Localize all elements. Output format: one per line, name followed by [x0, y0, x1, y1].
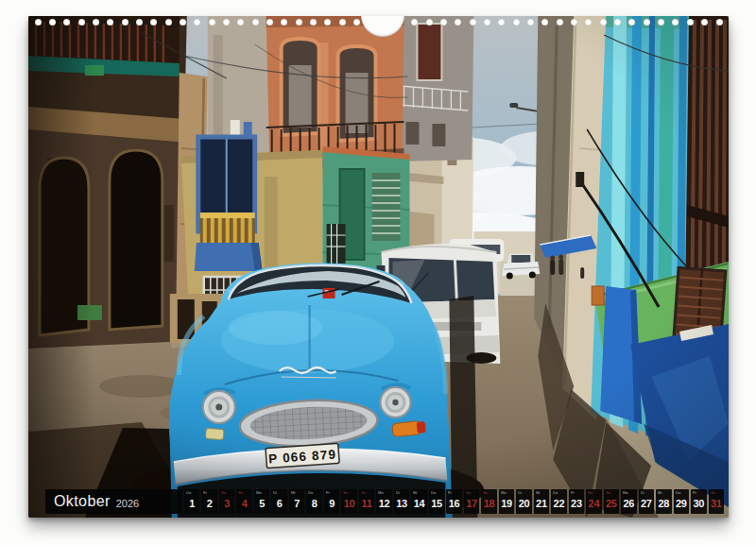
weekday-abbr: Mo	[256, 490, 262, 495]
calendar-day-cell: Sa10	[341, 489, 356, 514]
day-cells: Do1Fr2Sa3So4Mo5Di6Mi7Do8Fr9Sa10So11Mo12D…	[184, 489, 724, 514]
calendar-day-cell: Di13	[394, 489, 409, 514]
day-number: 11	[362, 497, 372, 511]
day-number: 10	[344, 497, 355, 511]
weekday-abbr: Fr	[448, 490, 452, 495]
weekday-abbr: Di	[273, 490, 277, 495]
day-number: 21	[536, 497, 547, 511]
calendar-day-cell: Mo5	[254, 489, 269, 514]
punch-hole	[180, 19, 186, 26]
weekday-abbr: Fr	[203, 490, 207, 495]
punch-hole	[513, 19, 520, 26]
weekday-abbr: Do	[553, 490, 558, 495]
day-number: 4	[242, 497, 248, 511]
calendar-day-cell: Do15	[429, 489, 444, 514]
day-number: 20	[519, 497, 530, 511]
weekday-abbr: Sa	[221, 490, 226, 495]
punch-hole	[353, 19, 360, 26]
calendar-day-cell: So11	[359, 489, 374, 514]
weekday-abbr: Mi	[291, 490, 295, 495]
day-number: 27	[641, 497, 652, 511]
calendar-day-cell: Do22	[551, 489, 566, 514]
weekday-abbr: Do	[186, 490, 191, 495]
weekday-abbr: Di	[396, 490, 400, 495]
day-number: 13	[396, 497, 407, 511]
day-number: 17	[466, 497, 477, 511]
weekday-abbr: Sa	[343, 490, 348, 495]
day-number: 25	[606, 497, 617, 511]
day-number: 29	[676, 497, 687, 511]
day-number: 24	[589, 497, 600, 511]
calendar-day-cell: Fr9	[324, 489, 339, 514]
weekday-abbr: So	[606, 490, 610, 495]
weekday-abbr: Sa	[588, 490, 593, 495]
punch-hole	[527, 19, 534, 26]
weekday-abbr: Sa	[466, 490, 471, 495]
calendar-day-cell: Di20	[516, 489, 531, 514]
day-number: 2	[207, 497, 213, 511]
calendar-day-cell: So25	[604, 489, 619, 514]
weekday-abbr: Mo	[378, 490, 384, 495]
day-number: 30	[693, 497, 704, 511]
weekday-abbr: Mi	[413, 490, 417, 495]
calendar-day-cell: Fr23	[569, 489, 584, 514]
punch-hole	[426, 19, 433, 26]
day-number: 16	[449, 497, 460, 511]
punch-hole	[223, 19, 230, 26]
day-number: 19	[501, 497, 512, 511]
day-number: 6	[277, 497, 283, 511]
punch-hole	[35, 19, 42, 26]
calendar-day-cell: Sa31	[709, 489, 724, 514]
punch-hole	[266, 19, 273, 26]
day-number: 9	[329, 497, 335, 511]
day-number: 5	[259, 497, 265, 511]
punch-hole	[600, 19, 607, 26]
weekday-abbr: Do	[308, 490, 313, 495]
day-number: 7	[294, 497, 300, 511]
weekday-abbr: So	[361, 490, 366, 495]
weekday-abbr: Fr	[571, 490, 575, 495]
calendar-day-cell: So4	[236, 489, 251, 514]
punch-hole	[484, 19, 490, 26]
calendar-day-cell: Do1	[184, 489, 199, 514]
calendar-day-cell: Mo26	[621, 489, 636, 514]
punch-hole	[136, 19, 143, 26]
day-number: 18	[484, 497, 495, 511]
calendar-day-cell: Fr30	[691, 489, 706, 514]
vignette	[28, 16, 729, 518]
weekday-abbr: Do	[676, 490, 680, 495]
punch-hole	[252, 19, 259, 26]
punch-hole	[440, 19, 447, 26]
calendar-day-cell: Fr16	[446, 489, 461, 514]
calendar-day-cell: Mo19	[499, 489, 514, 514]
calendar-sheet: P 066 879 Oktober 2026 Do1Fr2Sa3So4Mo5Di…	[28, 16, 729, 518]
weekday-abbr: Fr	[326, 490, 330, 495]
punch-hole	[310, 19, 317, 26]
calendar-day-cell: Do29	[674, 489, 689, 514]
calendar-day-cell: Di6	[271, 489, 286, 514]
day-number: 8	[312, 497, 318, 511]
day-number: 12	[379, 497, 390, 511]
day-number: 28	[659, 497, 670, 511]
weekday-abbr: Fr	[693, 490, 696, 495]
day-number: 3	[224, 497, 230, 511]
calendar-day-cell: Sa3	[219, 489, 234, 514]
weekday-abbr: Mo	[501, 490, 507, 495]
month-name: Oktober	[54, 493, 111, 510]
month-label: Oktober 2026	[45, 489, 182, 514]
weekday-abbr: So	[483, 490, 488, 495]
weekday-abbr: Di	[641, 490, 644, 495]
punch-hole	[49, 19, 56, 26]
day-number: 15	[431, 497, 442, 511]
weekday-abbr: Do	[431, 490, 436, 495]
weekday-abbr: Di	[518, 490, 522, 495]
calendar-strip: Oktober 2026 Do1Fr2Sa3So4Mo5Di6Mi7Do8Fr9…	[45, 489, 724, 514]
weekday-abbr: Mi	[536, 490, 540, 495]
calendar-day-cell: Fr2	[201, 489, 216, 514]
calendar-day-cell: Mi28	[656, 489, 671, 514]
punch-hole	[470, 19, 476, 26]
year-label: 2026	[116, 498, 139, 509]
punch-hole	[557, 19, 563, 26]
day-number: 23	[571, 497, 582, 511]
weekday-abbr: Mi	[658, 490, 662, 495]
